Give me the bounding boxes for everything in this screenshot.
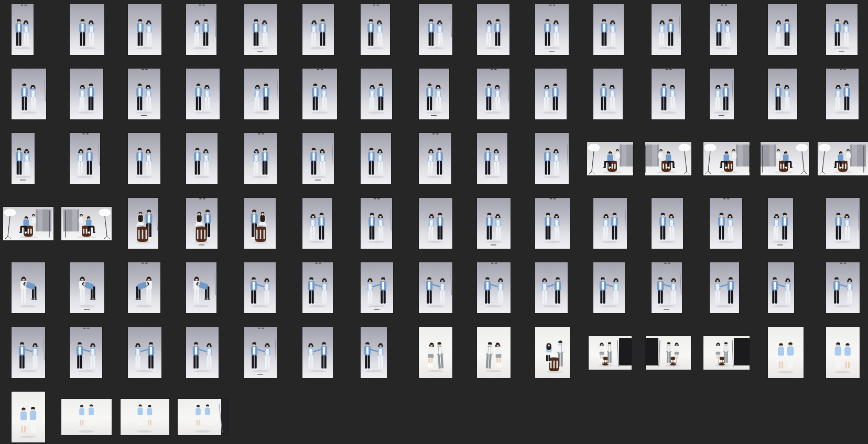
photo-thumbnail[interactable] <box>12 133 35 184</box>
photo-thumbnail[interactable] <box>128 198 158 249</box>
photo-thumbnail[interactable] <box>361 4 390 55</box>
photo-thumbnail[interactable] <box>826 69 859 119</box>
photo-image <box>652 4 681 55</box>
photo-thumbnail[interactable] <box>128 4 161 55</box>
photo-thumbnail[interactable] <box>645 142 691 175</box>
photo-thumbnail[interactable] <box>61 399 112 435</box>
photo-thumbnail[interactable] <box>593 262 625 313</box>
photo-thumbnail[interactable] <box>302 133 334 184</box>
photo-thumbnail[interactable] <box>361 133 391 184</box>
photo-thumbnail[interactable] <box>761 142 809 175</box>
photo-thumbnail[interactable] <box>244 133 277 184</box>
photo-thumbnail[interactable] <box>12 327 45 378</box>
photo-thumbnail[interactable] <box>535 198 570 249</box>
photo-thumbnail[interactable] <box>419 262 452 313</box>
photo-thumbnail[interactable] <box>186 69 220 119</box>
photo-thumbnail[interactable] <box>477 69 509 119</box>
photo-thumbnail[interactable] <box>128 262 160 313</box>
photo-thumbnail[interactable] <box>244 4 277 55</box>
photo-image <box>361 198 392 249</box>
photo-thumbnail[interactable] <box>186 4 216 55</box>
photo-thumbnail[interactable] <box>302 327 333 378</box>
photo-thumbnail[interactable] <box>535 262 568 313</box>
photo-thumbnail[interactable] <box>768 69 797 119</box>
photo-thumbnail[interactable] <box>12 392 45 442</box>
photo-thumbnail[interactable] <box>477 198 511 249</box>
photo-thumbnail[interactable] <box>302 69 337 119</box>
photo-thumbnail[interactable] <box>710 4 737 55</box>
photo-thumbnail[interactable] <box>128 133 160 184</box>
photo-thumbnail[interactable] <box>70 262 104 313</box>
photo-thumbnail[interactable] <box>535 69 567 119</box>
photo-thumbnail[interactable] <box>826 262 860 313</box>
photo-image <box>70 327 102 378</box>
photo-thumbnail[interactable] <box>61 207 112 240</box>
photo-thumbnail[interactable] <box>244 262 276 313</box>
photo-thumbnail[interactable] <box>646 336 691 370</box>
photo-image <box>61 207 112 240</box>
photo-thumbnail[interactable] <box>593 69 623 119</box>
photo-thumbnail[interactable] <box>587 142 633 175</box>
photo-thumbnail[interactable] <box>826 4 858 55</box>
photo-thumbnail[interactable] <box>70 133 100 184</box>
photo-thumbnail[interactable] <box>302 198 332 249</box>
photo-thumbnail[interactable] <box>535 327 570 378</box>
photo-thumbnail[interactable] <box>121 399 169 435</box>
photo-thumbnail[interactable] <box>419 4 452 55</box>
photo-thumbnail[interactable] <box>186 262 216 313</box>
photo-thumbnail[interactable] <box>710 262 739 313</box>
photo-thumbnail[interactable] <box>703 336 750 370</box>
photo-thumbnail[interactable] <box>361 262 393 313</box>
photo-thumbnail[interactable] <box>818 142 868 175</box>
photo-thumbnail[interactable] <box>186 327 219 378</box>
photo-thumbnail[interactable] <box>12 262 45 313</box>
photo-thumbnail[interactable] <box>361 69 392 119</box>
photo-thumbnail[interactable] <box>593 198 627 249</box>
photo-thumbnail[interactable] <box>477 327 511 378</box>
photo-thumbnail[interactable] <box>128 69 160 119</box>
photo-thumbnail[interactable] <box>419 69 449 119</box>
photo-thumbnail[interactable] <box>70 69 103 119</box>
photo-thumbnail[interactable] <box>477 262 511 313</box>
photo-thumbnail[interactable] <box>768 198 793 249</box>
photo-thumbnail[interactable] <box>768 262 794 313</box>
photo-thumbnail[interactable] <box>244 198 276 249</box>
photo-thumbnail[interactable] <box>302 262 333 313</box>
photo-thumbnail[interactable] <box>703 142 750 175</box>
photo-thumbnail[interactable] <box>186 133 218 184</box>
photo-thumbnail[interactable] <box>244 327 277 378</box>
photo-thumbnail[interactable] <box>3 207 53 240</box>
photo-thumbnail[interactable] <box>361 327 387 378</box>
photo-thumbnail[interactable] <box>12 4 34 55</box>
photo-thumbnail[interactable] <box>589 336 632 370</box>
photo-thumbnail[interactable] <box>593 4 624 55</box>
photo-thumbnail[interactable] <box>768 327 804 378</box>
photo-thumbnail[interactable] <box>652 69 685 119</box>
photo-thumbnail[interactable] <box>128 327 161 378</box>
photo-thumbnail[interactable] <box>535 4 569 55</box>
photo-thumbnail[interactable] <box>477 133 507 184</box>
photo-thumbnail[interactable] <box>419 133 451 184</box>
photo-thumbnail[interactable] <box>768 4 797 55</box>
photo-thumbnail[interactable] <box>826 327 860 378</box>
photo-thumbnail[interactable] <box>535 133 569 184</box>
photo-thumbnail[interactable] <box>477 4 509 55</box>
photo-thumbnail[interactable] <box>710 69 734 119</box>
photo-thumbnail[interactable] <box>12 69 46 119</box>
photo-thumbnail[interactable] <box>652 4 681 55</box>
photo-thumbnail[interactable] <box>419 198 452 249</box>
photo-thumbnail[interactable] <box>178 399 228 435</box>
photo-thumbnail[interactable] <box>652 198 683 249</box>
photo-thumbnail[interactable] <box>361 198 392 249</box>
photo-thumbnail[interactable] <box>710 198 742 249</box>
photo-thumbnail[interactable] <box>652 262 682 313</box>
photo-thumbnail[interactable] <box>70 327 102 378</box>
photo-thumbnail[interactable] <box>244 69 279 119</box>
photo-image <box>244 327 277 378</box>
photo-thumbnail[interactable] <box>70 4 104 55</box>
photo-image <box>710 198 742 249</box>
photo-thumbnail[interactable] <box>419 327 452 378</box>
photo-thumbnail[interactable] <box>186 198 218 249</box>
photo-thumbnail[interactable] <box>302 4 334 55</box>
photo-thumbnail[interactable] <box>826 198 860 249</box>
